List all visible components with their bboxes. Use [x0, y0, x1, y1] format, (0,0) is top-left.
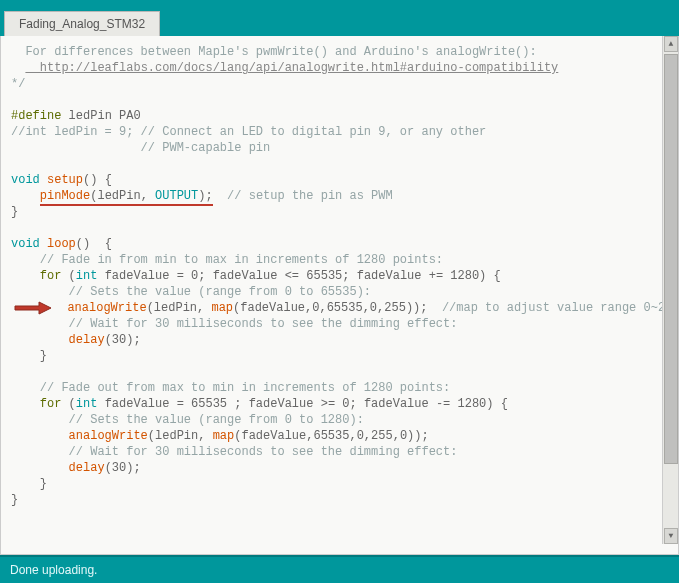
- brace-close: }: [11, 476, 668, 492]
- tab-fading-analog[interactable]: Fading_Analog_STM32: [4, 11, 160, 36]
- scroll-thumb[interactable]: [664, 54, 678, 464]
- red-arrow-icon: [11, 301, 53, 315]
- blank-line: [11, 156, 668, 172]
- for-line: for (int fadeValue = 0; fadeValue <= 655…: [11, 268, 668, 284]
- code-comment: // Wait for 30 milliseconds to see the d…: [11, 444, 668, 460]
- vertical-scrollbar[interactable]: ▲ ▼: [662, 36, 678, 544]
- brace-close: }: [11, 492, 668, 508]
- analogwrite-line-highlighted: analogWrite(ledPin, map(fadeValue,0,6553…: [11, 300, 668, 316]
- for-line: for (int fadeValue = 65535 ; fadeValue >…: [11, 396, 668, 412]
- tab-label: Fading_Analog_STM32: [19, 17, 145, 31]
- blank-line: [11, 92, 668, 108]
- code-comment: */: [11, 76, 668, 92]
- analogwrite-line: analogWrite(ledPin, map(fadeValue,65535,…: [11, 428, 668, 444]
- code-comment-link: http://leaflabs.com/docs/lang/api/analog…: [11, 60, 668, 76]
- code-editor[interactable]: For differences between Maple's pwmWrite…: [0, 36, 679, 555]
- code-comment: // Sets the value (range from 0 to 65535…: [11, 284, 668, 300]
- pinmode-line: pinMode(ledPin, OUTPUT); // setup the pi…: [11, 188, 668, 204]
- code-comment: // Sets the value (range from 0 to 1280)…: [11, 412, 668, 428]
- scroll-down-button[interactable]: ▼: [664, 528, 678, 544]
- blank-line: [11, 364, 668, 380]
- loop-decl: void loop() {: [11, 236, 668, 252]
- delay-line: delay(30);: [11, 460, 668, 476]
- brace-close: }: [11, 348, 668, 364]
- delay-line: delay(30);: [11, 332, 668, 348]
- define-line: #define ledPin PA0: [11, 108, 668, 124]
- status-message: Done uploading.: [10, 563, 97, 577]
- code-comment: For differences between Maple's pwmWrite…: [11, 44, 668, 60]
- code-comment: // Fade in from min to max in increments…: [11, 252, 668, 268]
- code-comment: //int ledPin = 9; // Connect an LED to d…: [11, 124, 668, 140]
- setup-decl: void setup() {: [11, 172, 668, 188]
- header-bar: [0, 0, 679, 8]
- code-comment: // PWM-capable pin: [11, 140, 668, 156]
- doc-link[interactable]: http://leaflabs.com/docs/lang/api/analog…: [25, 61, 558, 75]
- code-comment: // Wait for 30 milliseconds to see the d…: [11, 316, 668, 332]
- blank-line: [11, 220, 668, 236]
- code-comment: // Fade out from max to min in increment…: [11, 380, 668, 396]
- brace-close: }: [11, 204, 668, 220]
- status-bar: Done uploading.: [0, 555, 679, 583]
- tab-row: Fading_Analog_STM32: [0, 8, 679, 36]
- scroll-up-button[interactable]: ▲: [664, 36, 678, 52]
